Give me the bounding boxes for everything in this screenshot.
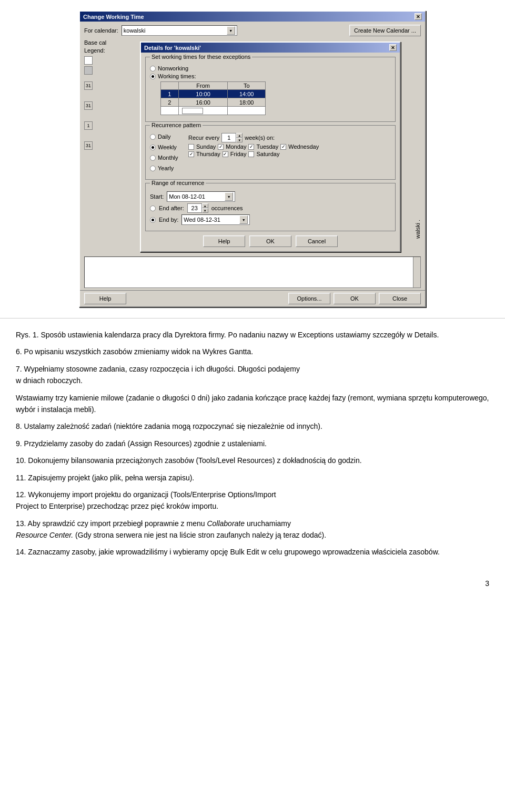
row2-from: 16:00 — [178, 98, 228, 107]
thursday-label: Thursday — [196, 151, 220, 157]
inner-cancel-button[interactable]: Cancel — [296, 235, 338, 247]
end-after-spin-down[interactable]: ▼ — [202, 208, 208, 213]
end-by-dropdown-arrow[interactable]: ▼ — [239, 215, 248, 224]
wednesday-checkbox[interactable] — [280, 144, 286, 150]
col-from-header: From — [178, 82, 228, 90]
item14-text: 14. Zaznaczamy zasoby, jakie wprowadzili… — [16, 546, 489, 558]
nonworking-radio[interactable] — [150, 66, 156, 71]
outer-close-btn2[interactable]: Close — [379, 293, 421, 304]
sunday-checkbox[interactable] — [188, 144, 194, 150]
start-date-dropdown[interactable]: Mon 08-12-01 ▼ — [167, 191, 235, 202]
end-after-row: End after: ▲ ▼ occurrences — [150, 203, 391, 213]
monday-checkbox[interactable] — [218, 144, 224, 150]
caption-text: Rys. 1. Sposób ustawienia kalendarza pra… — [16, 329, 489, 341]
outer-ok-button[interactable]: OK — [334, 293, 376, 304]
item8-text: Wstawiamy trzy kamienie milowe (zadanie … — [16, 392, 489, 416]
days-row1: Sunday Monday Tuesday Wednesday — [188, 143, 391, 150]
outer-dialog-buttons: Help Options... OK Close — [80, 290, 425, 306]
yearly-label: Yearly — [158, 165, 174, 171]
recur-spinbox-buttons: ▲ ▼ — [236, 133, 243, 142]
range-of-recurrence-groupbox: Range of recurrence Start: Mon 08-12-01 … — [145, 183, 396, 231]
row2-num: 2 — [161, 98, 179, 107]
outer-scrollbar[interactable] — [413, 257, 420, 287]
monthly-label: Monthly — [158, 155, 178, 161]
walski-text: walski . — [415, 220, 421, 239]
end-after-input[interactable] — [187, 203, 202, 213]
table-row: 1 10:00 14:00 — [161, 90, 266, 98]
day-box-31-3: 31 — [84, 141, 93, 150]
daily-radio-row: Daily — [150, 133, 184, 140]
outer-dialog-titlebar: Change Working Time ✕ — [80, 12, 425, 22]
thursday-checkbox[interactable] — [188, 151, 194, 157]
item11-text: 11. Zapisujemy projekt (jako plik, pełna… — [16, 472, 489, 484]
inner-close-button[interactable]: ✕ — [389, 44, 397, 51]
item7-1: 7. Wypełniamy stosowne zadania, czasy ro… — [16, 365, 300, 373]
working-times-label: Working times: — [158, 73, 196, 79]
recurrence-pattern-groupbox: Recurrence pattern Daily — [145, 125, 396, 180]
start-dropdown-arrow[interactable]: ▼ — [225, 192, 233, 201]
working-times-groupbox: Set working times for these exceptions N… — [145, 57, 396, 122]
row1-to: 14:00 — [228, 90, 266, 98]
end-by-radio[interactable] — [150, 217, 156, 223]
outer-dialog-title: Change Working Time — [83, 14, 144, 20]
end-after-spinbox-buttons: ▲ ▼ — [202, 203, 208, 213]
working-times-radio[interactable] — [150, 74, 156, 79]
inner-ok-button[interactable]: OK — [249, 235, 291, 247]
weekly-label: Weekly — [158, 144, 177, 150]
change-working-time-dialog: Change Working Time ✕ For calendar: kowa… — [79, 11, 426, 307]
tuesday-checkbox[interactable] — [248, 144, 254, 150]
daily-radio[interactable] — [150, 134, 156, 140]
outer-scrollable-list[interactable] — [84, 256, 421, 288]
col-to-header: To — [228, 82, 266, 90]
item12-1: 12. Wykonujemy import projektu do organi… — [16, 490, 276, 499]
item13-3: Resource Center. — [16, 531, 73, 539]
end-by-row: End by: Wed 08-12-31 ▼ — [150, 214, 391, 225]
outer-options-button[interactable]: Options... — [288, 293, 330, 304]
item8-intro: Wstawiamy trzy kamienie milowe (zadanie … — [16, 394, 489, 414]
end-after-radio[interactable] — [150, 205, 156, 211]
item7-2: w dniach roboczych. — [16, 376, 83, 385]
working-times-group-title: Set working times for these exceptions — [150, 54, 252, 60]
inner-titlebar-buttons: ✕ — [389, 44, 397, 51]
recur-every-label: Recur every — [188, 135, 219, 141]
end-by-dropdown[interactable]: Wed 08-12-31 ▼ — [181, 214, 250, 225]
recur-spin-down[interactable]: ▼ — [236, 138, 243, 142]
caption2: Exceptions ustawiamy szczegóły w Details… — [298, 331, 439, 339]
monthly-radio[interactable] — [150, 155, 156, 161]
item12-text: 12. Wykonujemy import projektu do organi… — [16, 489, 489, 512]
saturday-checkbox[interactable] — [248, 151, 254, 157]
day-box-1: 1 — [84, 121, 93, 130]
monday-label: Monday — [226, 143, 246, 150]
calendar-dropdown-arrow[interactable]: ▼ — [227, 26, 235, 35]
details-dialog: Details for 'kowalski' ✕ Set working tim… — [140, 42, 401, 252]
day-box-31-1: 31 — [84, 81, 93, 90]
recurrence-settings: Recur every ▲ ▼ week(s) on: — [188, 132, 391, 173]
text-content-area: Rys. 1. Sposób ustawienia kalendarza pra… — [0, 318, 505, 579]
friday-checkbox[interactable] — [223, 151, 228, 157]
inner-help-button[interactable]: Help — [203, 235, 245, 247]
calendar-dropdown[interactable]: kowalski ▼ — [122, 25, 237, 36]
col-num-header — [161, 82, 179, 90]
recur-every-input[interactable] — [221, 133, 236, 142]
create-new-calendar-button[interactable]: Create New Calendar ... — [349, 25, 421, 36]
weekly-radio[interactable] — [150, 145, 156, 150]
week-on-label: week(s) on: — [245, 135, 275, 141]
recur-spin-up[interactable]: ▲ — [236, 133, 243, 138]
end-after-label: End after: — [159, 205, 184, 211]
daily-label: Daily — [158, 133, 170, 140]
row1-num: 1 — [161, 90, 179, 98]
recur-every-row: Recur every ▲ ▼ week(s) on: — [188, 133, 391, 142]
outer-close-button[interactable]: ✕ — [415, 13, 422, 20]
outer-help-button[interactable]: Help — [84, 293, 126, 304]
recurrence-options: Daily Weekly Monthly — [150, 132, 391, 173]
item9-text: 9. Przydzielamy zasoby do zadań (Assign … — [16, 438, 489, 449]
page-number: 3 — [0, 579, 505, 593]
end-after-spinbox: ▲ ▼ — [187, 203, 208, 213]
recur-spinbox: ▲ ▼ — [221, 133, 243, 142]
nonworking-radio-row: Nonworking — [150, 65, 391, 71]
base-cal-label: Base cal — [84, 39, 106, 46]
end-after-spin-up[interactable]: ▲ — [202, 203, 208, 208]
yearly-radio[interactable] — [150, 166, 156, 171]
item12-2: Project to Enterprise) przechodząc przez… — [16, 502, 218, 510]
table-row: 2 16:00 18:00 — [161, 98, 266, 107]
